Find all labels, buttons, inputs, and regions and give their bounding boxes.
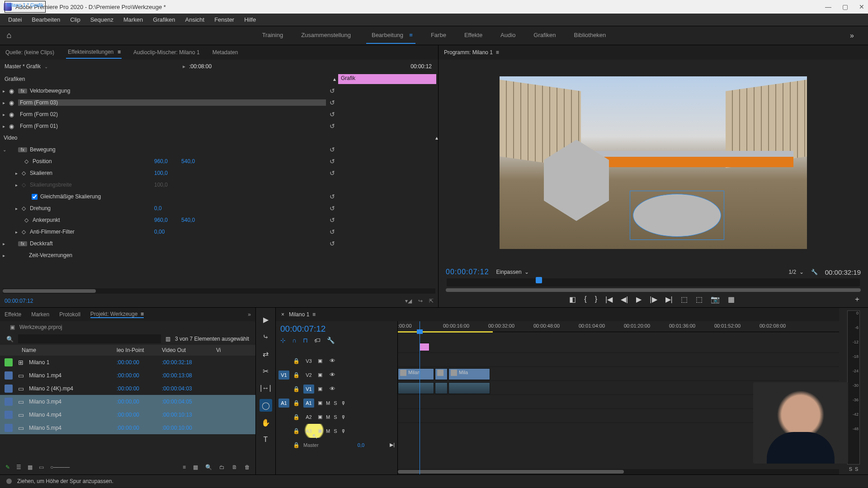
projtab-marken[interactable]: Marken [31,311,49,318]
close-seq-icon[interactable]: × [281,311,284,318]
ec-deckkraft[interactable]: Deckkraft [30,240,326,247]
toggle-icon[interactable]: ▣ [318,400,322,406]
ec-play-icon[interactable]: ▸ [183,63,189,70]
ec-vektor[interactable]: Vektorbewegung [30,88,326,94]
find-icon[interactable]: 🔍 [205,464,212,470]
menu-ansicht[interactable]: Ansicht [180,14,209,25]
track-v2[interactable]: V2 [303,371,314,380]
ec-zeit[interactable]: Zeit-Verzerrungen [29,252,326,258]
clip-video-1[interactable]: Milan [398,368,434,380]
lock-icon[interactable]: 🔒 [293,372,300,378]
clip-video-3[interactable]: Mila [448,368,490,380]
eye-icon[interactable]: 👁 [330,371,335,378]
track-v3[interactable]: V3 [303,357,314,366]
list-view-icon[interactable]: ☰ [16,464,21,470]
reset-icon[interactable]: ↺ [326,169,339,177]
lock-icon[interactable]: 🔒 [293,386,300,392]
icon-view-icon[interactable]: ▦ [28,464,33,470]
toggle-icon[interactable]: ▣ [318,428,322,434]
toggle-icon[interactable]: ▣ [318,414,322,420]
ec-position-y[interactable]: 540,0 [181,158,195,164]
keyframe-toggle-icon[interactable]: ◇ [22,170,30,176]
snap-icon[interactable]: ⊹ [280,337,286,344]
twirl-icon[interactable]: ▸ [3,241,9,246]
solo-toggle[interactable]: S [849,466,852,472]
hand-tool-icon[interactable]: ✋ [259,416,272,429]
lock-icon[interactable]: 🔒 [293,400,300,406]
sort-icon[interactable]: ≡ [183,464,186,470]
ws-bearbeitung[interactable]: Bearbeitung ≡ [366,27,415,44]
pencil-icon[interactable]: ✎ [5,464,10,470]
track-select-tool-icon[interactable]: ⤷ [259,330,272,343]
playhead-marker[interactable] [536,277,542,283]
ws-bibliotheken[interactable]: Bibliotheken [571,27,609,44]
clip-audio-3[interactable] [448,382,490,394]
program-viewport[interactable] [500,76,807,249]
lock-icon[interactable]: 🔒 [293,428,300,434]
maximize-button[interactable]: ▢ [842,3,848,10]
selection-tool-icon[interactable]: ▶ [259,313,272,326]
ws-grafiken[interactable]: Grafiken [531,27,558,44]
close-button[interactable]: ✕ [859,3,864,10]
eye-icon[interactable]: ◉ [9,99,18,106]
shape-ellipse[interactable] [633,194,721,237]
twirl-icon[interactable]: ▸ [15,206,22,211]
menu-datei[interactable]: Datei [4,14,26,25]
reset-icon[interactable]: ↺ [326,122,339,130]
step-back-icon[interactable]: ◀| [621,295,628,304]
eye-icon[interactable]: 👁 [330,357,335,364]
timeline-scrollbar[interactable] [398,469,839,474]
eye-icon[interactable]: 👁 [330,385,335,392]
project-item[interactable]: ▭ Milano 2 (4K).mp4 :00:00:00 :00:00:04:… [0,382,255,395]
ec-flimmer-v[interactable]: 0,00 [154,229,165,235]
ec-scrollbar[interactable] [3,288,435,294]
menu-marken[interactable]: Marken [119,14,147,25]
project-item[interactable]: ▭ Milano 1.mp4 :00:00:00 :00:00:13:08 [0,369,255,382]
project-item[interactable]: ▭ Milano 4.mp4 :00:00:00 :00:00:10:13 [0,408,255,421]
col-in[interactable]: leo In-Point [115,347,160,353]
lock-icon[interactable]: 🔒 [293,414,300,420]
clip-audio-1[interactable] [398,382,434,394]
program-tc[interactable]: 00:00:07:12 [446,268,489,276]
panel-menu-icon[interactable]: ≡ [496,49,499,56]
razor-tool-icon[interactable]: ✂ [259,365,272,377]
project-item[interactable]: ⊞ Milano 1 :00:00:00 :00:00:32:18 [0,356,255,369]
search-icon[interactable]: 🔍 [6,336,14,343]
home-icon[interactable]: ⌂ [0,31,18,40]
new-item-icon[interactable]: 🗎 [232,464,237,470]
filter-icon[interactable]: ▥ [165,336,170,342]
slip-tool-icon[interactable]: |↔| [259,382,272,394]
new-bin-icon[interactable]: 🗀 [219,464,225,470]
bin-icon[interactable]: ▣ [10,324,15,330]
eye-icon[interactable]: ◉ [9,111,18,118]
ec-form01[interactable]: Form (Form 01) [18,123,326,129]
reset-icon[interactable]: ↺ [326,146,339,153]
menu-sequenz[interactable]: Sequenz [86,14,118,25]
reset-icon[interactable]: ↺ [326,158,339,165]
keyframe-toggle-icon[interactable]: ◇ [22,229,30,235]
mute-icon[interactable]: M [326,428,330,434]
twirl-icon[interactable]: ▸ [3,112,9,117]
solo-icon[interactable]: S [334,414,337,420]
tab-source[interactable]: Quelle: (keine Clips) [5,47,55,58]
marker-icon[interactable]: ⊓ [303,337,308,344]
clip-audio-2[interactable] [435,382,448,394]
seq-name[interactable]: Milano 1 [289,311,309,318]
export-frame-icon[interactable]: ▦ [728,295,735,304]
zoom-slider-icon[interactable]: ○——— [50,464,70,470]
mic-icon[interactable]: 🎙 [341,428,346,434]
twirl-icon[interactable]: ▸ [3,253,9,258]
twirl-icon[interactable]: ▸ [15,171,22,176]
keyframe-toggle-icon[interactable]: ◇ [24,217,33,223]
step-fwd-icon[interactable]: |▶ [650,295,657,304]
ec-position-x[interactable]: 960,0 [154,158,168,164]
keyframe-toggle-icon[interactable]: ◇ [22,205,30,211]
reset-icon[interactable]: ↺ [326,99,339,106]
solo-toggle[interactable]: S [855,466,858,472]
ec-clip-segment[interactable]: Grafik [338,74,436,84]
track-a2[interactable]: A2 [303,413,314,422]
menu-hilfe[interactable]: Hilfe [240,14,260,25]
projtab-protokoll[interactable]: Protokoll [59,311,80,318]
clip-video-2[interactable] [435,368,448,380]
play-button[interactable]: ▶ [636,295,642,304]
